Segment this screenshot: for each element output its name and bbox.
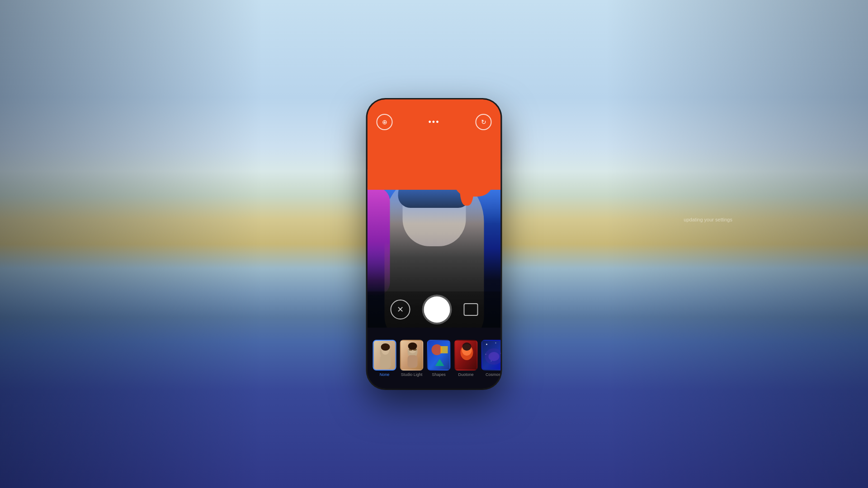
filter-item-none[interactable]: None [373,340,396,377]
filter-item-duotone[interactable]: Duotone [454,340,478,377]
right-overlay [606,0,868,488]
more-options-button[interactable]: ••• [429,117,440,127]
svg-point-29 [489,352,500,361]
pink-accent-overlay [368,188,390,296]
aspect-ratio-button[interactable] [463,303,478,316]
filter-label-none: None [380,372,390,377]
shutter-button[interactable] [424,296,450,323]
globe-button[interactable]: ⊕ [377,114,393,130]
filter-item-shapes[interactable]: Shapes [427,340,451,377]
svg-point-22 [486,343,487,345]
svg-point-23 [495,343,496,343]
svg-point-20 [462,343,472,351]
refresh-icon: ↻ [481,118,486,126]
filter-label-duotone: Duotone [458,372,473,377]
svg-rect-15 [441,346,448,353]
svg-point-12 [408,343,417,350]
phone-device: ⊕ ••• ↻ [368,99,501,389]
cancel-button[interactable]: ✕ [390,300,410,319]
filter-strip: None [368,328,501,389]
svg-rect-3 [380,355,391,369]
top-controls: ⊕ ••• ↻ [368,99,501,136]
cancel-icon: ✕ [397,305,404,314]
filter-item-cosmos[interactable]: Cosmos [481,340,501,377]
dots-icon: ••• [429,117,440,127]
filter-item-studio-light[interactable]: Studio Light [400,340,424,377]
filter-thumb-shapes [427,340,451,371]
filter-thumb-studio-light [400,340,424,371]
filter-label-studio-light: Studio Light [401,372,423,377]
left-overlay [0,0,262,488]
camera-controls: ✕ [368,291,501,328]
filter-thumb-none [373,340,396,371]
filter-thumb-cosmos [481,340,501,371]
phone-body: ⊕ ••• ↻ [368,99,501,389]
svg-rect-11 [408,355,418,368]
filter-label-shapes: Shapes [432,372,446,377]
filter-thumb-duotone [454,340,478,371]
refresh-button[interactable]: ↻ [476,114,492,130]
globe-icon: ⊕ [382,118,387,126]
filter-label-cosmos: Cosmos [486,372,500,377]
phone-top-bar: ⊕ ••• ↻ [368,99,501,190]
update-hint-text: updating your settings [684,217,732,222]
svg-point-4 [381,343,390,351]
